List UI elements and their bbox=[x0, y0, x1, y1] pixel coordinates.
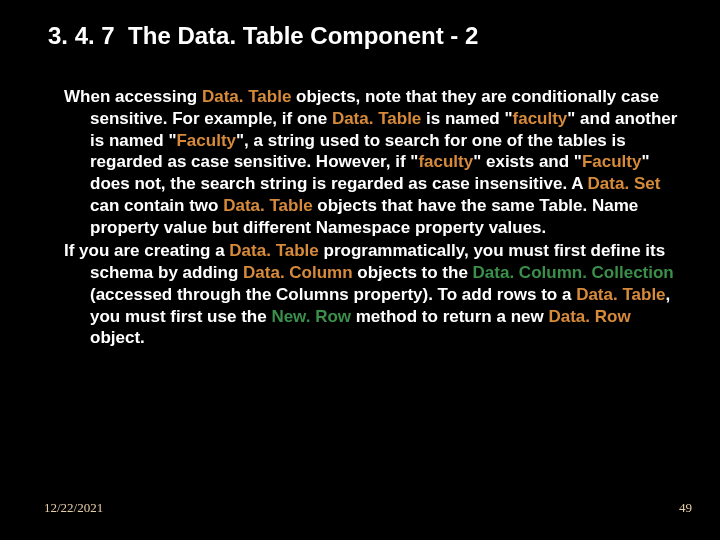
body-text: object. bbox=[90, 328, 145, 347]
term-data-row: Data. Row bbox=[548, 307, 630, 326]
body-text: can contain two bbox=[90, 196, 223, 215]
body-text: When accessing bbox=[64, 87, 202, 106]
title-text: The Data. Table Component - 2 bbox=[128, 22, 478, 49]
term-data-column: Data. Column bbox=[243, 263, 353, 282]
body-text: is named " bbox=[421, 109, 512, 128]
paragraph-1: When accessing Data. Table objects, note… bbox=[36, 86, 690, 238]
title-section-number: 3. 4. 7 bbox=[48, 22, 115, 49]
slide-container: 3. 4. 7 The Data. Table Component - 2 Wh… bbox=[0, 0, 720, 540]
body-text: (accessed through the Columns property).… bbox=[90, 285, 576, 304]
term-faculty-lc: faculty bbox=[513, 109, 568, 128]
paragraph-2: If you are creating a Data. Table progra… bbox=[36, 240, 690, 349]
term-data-table: Data. Table bbox=[576, 285, 665, 304]
term-faculty-uc: Faculty bbox=[582, 152, 642, 171]
term-data-table: Data. Table bbox=[202, 87, 291, 106]
term-faculty-uc: Faculty bbox=[176, 131, 236, 150]
body-text: method to return a new bbox=[351, 307, 548, 326]
body-text: " exists and " bbox=[473, 152, 582, 171]
term-data-column-collection: Data. Column. Collection bbox=[473, 263, 674, 282]
term-data-table: Data. Table bbox=[223, 196, 312, 215]
slide-title: 3. 4. 7 The Data. Table Component - 2 bbox=[48, 22, 690, 51]
footer-page-number: 49 bbox=[679, 500, 692, 516]
body-text: objects to the bbox=[353, 263, 473, 282]
term-data-table: Data. Table bbox=[332, 109, 421, 128]
term-faculty-lc: faculty bbox=[418, 152, 473, 171]
slide-body: When accessing Data. Table objects, note… bbox=[36, 86, 690, 351]
term-data-set: Data. Set bbox=[588, 174, 661, 193]
term-new-row: New. Row bbox=[271, 307, 351, 326]
term-data-table: Data. Table bbox=[229, 241, 318, 260]
footer-date: 12/22/2021 bbox=[44, 500, 103, 516]
body-text: If you are creating a bbox=[64, 241, 229, 260]
